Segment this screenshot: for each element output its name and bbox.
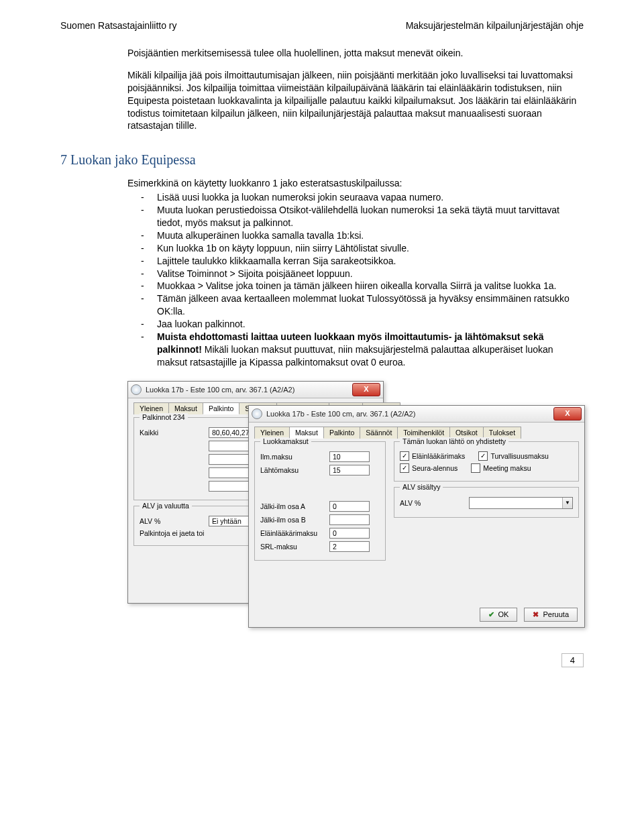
alv-dropdown[interactable]: ▼	[469, 497, 573, 509]
close-icon[interactable]: X	[553, 407, 582, 421]
jalkB-label: Jälki-ilm osa B	[260, 516, 324, 524]
list-item-tail: Mikäli luokan maksut puuttuvat, niin mak…	[157, 344, 553, 368]
dialog-maksut: Luokka 17b - Este 100 cm, arv. 367.1 (A2…	[248, 405, 585, 628]
app-icon	[252, 408, 262, 419]
checkbox-meeting[interactable]: Meeting maksu	[471, 463, 531, 473]
cancel-icon: ✖	[533, 610, 539, 619]
check-icon: ✔	[488, 610, 494, 619]
paragraph-1: Poisjääntien merkitsemisessä tulee olla …	[127, 47, 584, 60]
ilm-input[interactable]	[329, 451, 370, 462]
tab-saannot[interactable]: Säännöt	[360, 427, 398, 439]
screenshot: Luokka 17b - Este 100 cm, arv. 367.1 (A2…	[127, 381, 584, 636]
group-title: ALV ja valuutta	[140, 502, 192, 510]
header-right: Maksujärjestelmän kilpailunjärjestäjän o…	[406, 20, 584, 31]
page-number: 4	[561, 653, 584, 667]
list-item: Muokkaa > Valitse joka toinen ja tämän j…	[141, 280, 584, 292]
group-yhdistetty: Tämän luokan lähtö on yhdistetty ✓Eläinl…	[394, 441, 579, 482]
page-header: Suomen Ratsastajainliitto ry Maksujärjes…	[60, 20, 584, 31]
header-left: Suomen Ratsastajainliitto ry	[60, 20, 177, 31]
list-item: Muuta alkuperäinen luokka samalla tavall…	[141, 229, 584, 242]
titlebar: Luokka 17b - Este 100 cm, arv. 367.1 (A2…	[128, 382, 383, 398]
titlebar: Luokka 17b - Este 100 cm, arv. 367.1 (A2…	[249, 406, 584, 423]
jalkA-label: Jälki-ilm osa A	[260, 502, 324, 510]
alv-label: ALV %	[400, 499, 464, 507]
section-7-list: Lisää uusi luokka ja luokan numeroksi jo…	[141, 191, 584, 368]
window-title: Luokka 17b - Este 100 cm, arv. 367.1 (A2…	[146, 386, 348, 394]
tab-maksut[interactable]: Maksut	[289, 427, 324, 439]
tab-palkinto[interactable]: Palkinto	[323, 427, 360, 439]
list-item: Jaa luokan palkinnot.	[141, 318, 584, 331]
list-item: Valitse Toiminnot > Sijoita poisjääneet …	[141, 268, 584, 280]
lahto-label: Lähtömaksu	[260, 466, 324, 474]
section-7-title: 7 Luokan jako Equipessa	[60, 152, 584, 168]
close-icon[interactable]: X	[352, 383, 380, 396]
paragraph-2: Mikäli kilpailija jää pois ilmoittautumi…	[127, 69, 584, 132]
group-title: Palkinnot 234	[140, 413, 188, 421]
list-item: Muista ehdottomasti laittaa uuteen luokk…	[141, 331, 584, 369]
app-icon	[131, 384, 142, 395]
palkintoja-label: Palkintoja ei jaeta toi	[140, 529, 204, 537]
elain-input[interactable]	[329, 528, 370, 539]
section-7-intro: Esimerkkinä on käytetty luokkanro 1 jako…	[127, 177, 584, 190]
ok-button[interactable]: ✔ OK	[480, 608, 518, 622]
list-item: Lisää uusi luokka ja luokan numeroksi jo…	[141, 191, 584, 204]
list-item: Kun luokka 1b on käyty loppuun, niin sii…	[141, 242, 584, 255]
alv-label: ALV %	[140, 517, 203, 525]
tab-palkinto[interactable]: Palkinto	[203, 402, 239, 414]
cancel-button[interactable]: ✖ Peruuta	[524, 608, 578, 622]
srl-input[interactable]	[329, 541, 370, 552]
tabstrip: Yleinen Maksut Palkinto Säännöt Toimihen…	[249, 423, 584, 439]
page-number-box: 4	[0, 649, 644, 675]
checkbox-seura[interactable]: ✓Seura-alennus	[400, 463, 458, 473]
group-alv-sisaltyy: ALV sisältyy ALV % ▼	[394, 487, 579, 518]
group-title: ALV sisältyy	[400, 483, 443, 491]
elain-label: Eläinlääkärimaksu	[260, 529, 324, 537]
group-luokkamaksut: Luokkamaksut Ilm.maksu Lähtömaksu Jälki-…	[254, 441, 386, 561]
list-item: Muuta luokan perustiedoissa Otsikot-väli…	[141, 204, 584, 229]
lahto-input[interactable]	[329, 465, 370, 476]
ilm-label: Ilm.maksu	[260, 453, 324, 461]
document-page: Suomen Ratsastajainliitto ry Maksujärjes…	[0, 0, 644, 649]
list-item: Lajittele taulukko klikkaamalla kerran S…	[141, 255, 584, 268]
window-title: Luokka 17b - Este 100 cm, arv. 367.1 (A2…	[266, 410, 549, 418]
list-item: Tämän jälkeen avaa kertaalleen molemmat …	[141, 292, 584, 318]
chevron-down-icon: ▼	[562, 498, 572, 508]
jalkA-input[interactable]	[329, 501, 370, 512]
srl-label: SRL-maksu	[260, 543, 324, 551]
checkbox-elainlaakari[interactable]: ✓Eläinlääkärimaks	[400, 451, 465, 461]
kaikki-label: Kaikki	[140, 429, 203, 437]
checkbox-turvallisuus[interactable]: ✓Turvallisuusmaksu	[478, 451, 549, 461]
jalkB-input[interactable]	[329, 514, 370, 525]
group-title: Tämän luokan lähtö on yhdistetty	[400, 437, 508, 445]
